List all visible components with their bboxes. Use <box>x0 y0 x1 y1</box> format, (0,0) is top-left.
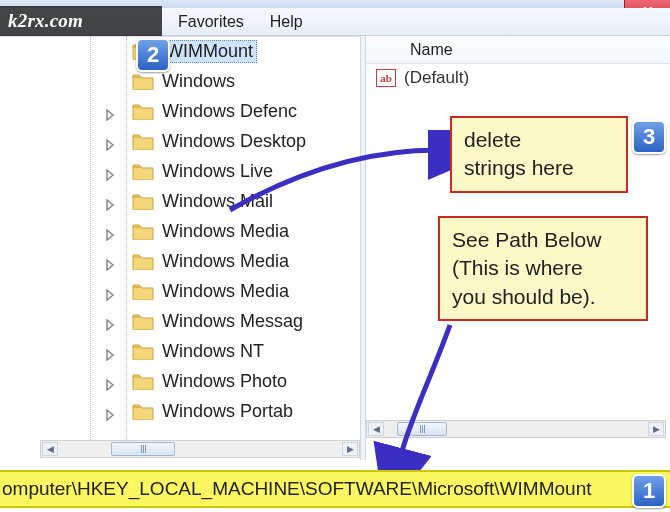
tree-item-label: Windows Portab <box>162 401 293 422</box>
folder-icon <box>132 312 154 330</box>
chevron-right-icon[interactable] <box>104 255 116 267</box>
tree-item-label: Windows Media <box>162 251 289 272</box>
scroll-right-icon[interactable]: ▶ <box>648 422 664 436</box>
scroll-left-icon[interactable]: ◀ <box>42 442 58 456</box>
chevron-right-icon[interactable] <box>104 135 116 147</box>
folder-icon <box>132 252 154 270</box>
chevron-right-icon[interactable] <box>104 285 116 297</box>
folder-icon <box>132 282 154 300</box>
folder-icon <box>132 72 154 90</box>
value-name: (Default) <box>404 68 469 88</box>
chevron-right-icon[interactable] <box>104 165 116 177</box>
chevron-right-icon[interactable] <box>104 345 116 357</box>
tree-item-label: Windows Messag <box>162 311 303 332</box>
scroll-left-icon[interactable]: ◀ <box>368 422 384 436</box>
annotation-badge-2: 2 <box>136 38 170 72</box>
folder-icon <box>132 132 154 150</box>
callout-text: you should be). <box>452 283 634 311</box>
tree-pane: WIMMountWindowsWindows DefencWindows Des… <box>0 36 360 460</box>
callout-path: See Path Below (This is where you should… <box>438 216 648 321</box>
folder-icon <box>132 372 154 390</box>
tree-item-label: Windows NT <box>162 341 264 362</box>
tree-item[interactable]: WIMMount <box>40 36 360 66</box>
registry-tree[interactable]: WIMMountWindowsWindows DefencWindows Des… <box>40 36 360 440</box>
folder-icon <box>132 162 154 180</box>
chevron-right-icon[interactable] <box>104 375 116 387</box>
menu-help[interactable]: Help <box>270 13 303 31</box>
chevron-right-icon[interactable] <box>104 225 116 237</box>
scroll-thumb[interactable] <box>111 442 175 456</box>
tree-item-label: Windows Desktop <box>162 131 306 152</box>
folder-icon <box>132 192 154 210</box>
folder-icon <box>132 402 154 420</box>
annotation-badge-3: 3 <box>632 120 666 154</box>
tree-item[interactable]: Windows Media <box>40 276 360 306</box>
folder-icon <box>132 342 154 360</box>
column-header-name[interactable]: Name <box>366 36 670 64</box>
callout-text: strings here <box>464 154 614 182</box>
tree-item-label: Windows Media <box>162 221 289 242</box>
values-hscrollbar[interactable]: ◀ ▶ <box>366 420 666 438</box>
list-item[interactable]: ab (Default) <box>366 64 670 92</box>
tree-item[interactable]: Windows NT <box>40 336 360 366</box>
tree-item[interactable]: Windows Media <box>40 216 360 246</box>
tree-item[interactable]: Windows Live <box>40 156 360 186</box>
annotation-badge-1: 1 <box>632 474 666 508</box>
menu-favorites[interactable]: Favorites <box>178 13 244 31</box>
folder-icon <box>132 222 154 240</box>
tree-hscrollbar[interactable]: ◀ ▶ <box>40 440 360 458</box>
tree-item[interactable]: Windows Portab <box>40 396 360 426</box>
tree-item-label: Windows Defenc <box>162 101 297 122</box>
callout-delete: delete strings here <box>450 116 628 193</box>
tree-item[interactable]: Windows Media <box>40 246 360 276</box>
tree-item[interactable]: Windows Photo <box>40 366 360 396</box>
folder-icon <box>132 102 154 120</box>
chevron-right-icon[interactable] <box>104 195 116 207</box>
scroll-right-icon[interactable]: ▶ <box>342 442 358 456</box>
chevron-right-icon[interactable] <box>104 405 116 417</box>
chevron-right-icon[interactable] <box>104 315 116 327</box>
tree-item-label: Windows Mail <box>162 191 273 212</box>
tree-item-label: Windows <box>162 71 235 92</box>
callout-text: delete <box>464 126 614 154</box>
statusbar: omputer\HKEY_LOCAL_MACHINE\SOFTWARE\Micr… <box>0 460 670 512</box>
string-value-icon: ab <box>376 69 396 87</box>
tree-item-label: Windows Media <box>162 281 289 302</box>
callout-text: See Path Below <box>452 226 634 254</box>
tree-item[interactable]: Windows <box>40 66 360 96</box>
tree-item[interactable]: Windows Messag <box>40 306 360 336</box>
watermark: k2rx.com <box>0 6 162 36</box>
tree-item[interactable]: Windows Mail <box>40 186 360 216</box>
tree-item[interactable]: Windows Desktop <box>40 126 360 156</box>
tree-item-label: WIMMount <box>162 40 257 63</box>
status-path-highlight: omputer\HKEY_LOCAL_MACHINE\SOFTWARE\Micr… <box>0 470 670 508</box>
chevron-right-icon[interactable] <box>104 105 116 117</box>
tree-item-label: Windows Live <box>162 161 273 182</box>
callout-text: (This is where <box>452 254 634 282</box>
scroll-thumb[interactable] <box>397 422 447 436</box>
tree-item[interactable]: Windows Defenc <box>40 96 360 126</box>
tree-item-label: Windows Photo <box>162 371 287 392</box>
